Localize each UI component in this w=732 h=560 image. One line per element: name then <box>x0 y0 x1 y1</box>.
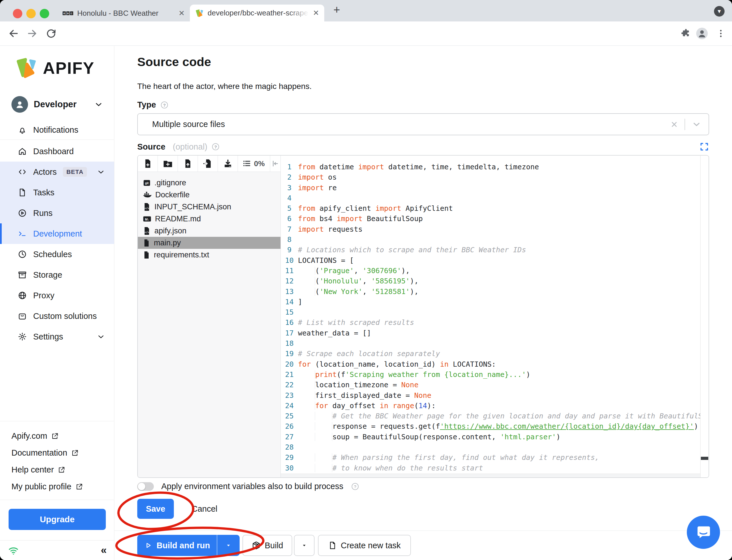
build-button[interactable]: Build <box>243 535 292 556</box>
sidebar-item-runs[interactable]: Runs <box>0 203 114 223</box>
file-name: INPUT_SCHEMA.json <box>154 202 231 211</box>
sidebar-item-notifications[interactable]: Notifications <box>18 125 78 135</box>
file-tree-toolbar: 0% <box>138 156 281 172</box>
home-icon <box>18 147 27 156</box>
file-item-apify.json[interactable]: </> apify.json <box>138 225 281 237</box>
type-select[interactable]: Multiple source files <box>137 113 709 135</box>
sidebar-link-documentation[interactable]: Documentation <box>11 444 114 461</box>
collapse-panel-icon[interactable] <box>270 156 281 172</box>
file-icon <box>18 188 27 197</box>
code-line: 13 ('New York', '5128581'), <box>281 287 700 297</box>
json-file-icon: </> <box>143 227 151 235</box>
sidebar-item-storage[interactable]: Storage <box>0 265 114 285</box>
svg-text:</>: </> <box>144 231 149 234</box>
chat-widget-button[interactable] <box>687 516 720 549</box>
apify-favicon <box>195 9 204 17</box>
code-line: 11 ('Prague', '3067696'), <box>281 266 700 276</box>
svg-text:M↓: M↓ <box>145 217 149 221</box>
clear-icon[interactable] <box>670 120 678 128</box>
close-tab-icon[interactable]: ✕ <box>179 9 185 18</box>
back-icon[interactable] <box>7 27 20 40</box>
file-item-main.py[interactable]: main.py <box>138 237 281 249</box>
sidebar-item-settings[interactable]: Settings <box>0 326 114 347</box>
file-item-requirements.txt[interactable]: requirements.txt <box>138 249 281 261</box>
page-title: Source code <box>137 55 211 69</box>
cancel-button[interactable]: Cancel <box>192 504 217 514</box>
sidebar-item-proxy[interactable]: Proxy <box>0 285 114 306</box>
minimize-window-button[interactable] <box>26 9 36 18</box>
external-link-icon <box>76 483 83 491</box>
new-tab-button[interactable]: + <box>334 3 340 16</box>
browser-menu-icon[interactable] <box>714 27 727 40</box>
sidebar-item-label: Settings <box>33 332 63 341</box>
main-content: Source code The heart of the actor, wher… <box>114 46 732 560</box>
upgrade-button[interactable]: Upgrade <box>9 509 106 530</box>
tab-title: developer/bbc-weather-scrape <box>208 9 309 17</box>
scrollbar-thumb[interactable] <box>701 457 708 460</box>
sidebar-link-apify-com[interactable]: Apify.com <box>11 428 114 444</box>
sidebar-item-development[interactable]: Development <box>0 223 114 244</box>
code-editor[interactable]: 1from datetime import datetime, time, ti… <box>281 156 700 477</box>
vertical-scrollbar[interactable] <box>700 156 709 477</box>
reload-icon[interactable] <box>45 27 58 40</box>
create-new-task-button[interactable]: Create new task <box>318 535 411 556</box>
horizontal-scrollbar[interactable] <box>281 474 700 477</box>
line-number: 9 <box>281 245 298 255</box>
line-number: 13 <box>281 287 298 297</box>
fullscreen-icon[interactable] <box>699 142 709 152</box>
help-icon[interactable]: ? <box>160 101 169 109</box>
sidebar-item-custom-solutions[interactable]: Custom solutions <box>0 306 114 326</box>
download-button[interactable] <box>218 156 238 172</box>
help-icon[interactable]: ? <box>211 142 220 151</box>
code-line: 28 <box>281 442 700 452</box>
import-file-button[interactable] <box>198 156 218 172</box>
search-tabs-button[interactable]: ▼ <box>714 6 725 17</box>
sidebar-link-help-center[interactable]: Help center <box>11 461 114 478</box>
sidebar-item-tasks[interactable]: Tasks <box>0 182 114 203</box>
sidebar-item-actors[interactable]: ActorsBETA <box>0 162 114 182</box>
build-dropdown[interactable] <box>294 535 315 556</box>
browser-profile-avatar[interactable] <box>695 27 709 40</box>
sidebar-item-label: Dashboard <box>33 147 74 156</box>
upload-file-button[interactable] <box>178 156 198 172</box>
line-number: 21 <box>281 370 298 380</box>
forward-icon[interactable] <box>26 27 39 40</box>
collapse-sidebar-icon[interactable]: « <box>101 544 107 556</box>
code-line: 25 # Get the BBC Weather page for the gi… <box>281 411 700 421</box>
file-item-.gitignore[interactable]: git .gitignore <box>138 177 281 189</box>
sidebar-item-dashboard[interactable]: Dashboard <box>0 141 114 162</box>
extensions-icon[interactable] <box>679 27 692 40</box>
sidebar-footer: « <box>0 540 114 560</box>
line-number: 20 <box>281 359 298 370</box>
line-number: 5 <box>281 203 298 214</box>
sidebar-item-schedules[interactable]: Schedules <box>0 244 114 265</box>
env-vars-toggle[interactable] <box>137 482 154 491</box>
account-switcher[interactable]: Developer <box>11 96 103 113</box>
new-file-button[interactable] <box>138 156 158 172</box>
tab-apify-console[interactable]: developer/bbc-weather-scrape ✕ <box>190 5 324 21</box>
build-and-run-button[interactable]: Build and run <box>137 535 217 556</box>
zoom-control[interactable]: 0% <box>238 156 270 172</box>
build-and-run-dropdown[interactable] <box>217 535 240 556</box>
file-list: git .gitignore Dockerfile</> INPUT_SCHEM… <box>138 172 281 261</box>
divider <box>685 119 685 130</box>
new-folder-button[interactable] <box>158 156 178 172</box>
tab-bbc-weather[interactable]: BBC Honolulu - BBC Weather ✕ <box>59 5 189 21</box>
globe-icon <box>18 291 27 300</box>
line-number: 30 <box>281 463 298 473</box>
line-number: 23 <box>281 390 298 401</box>
chevron-down-icon[interactable] <box>692 120 701 129</box>
sidebar-item-label: Actors <box>33 167 57 177</box>
file-item-readme.md[interactable]: M↓ README.md <box>138 213 281 225</box>
help-icon[interactable]: ? <box>351 482 360 491</box>
apify-logo[interactable]: APIFY <box>15 57 95 79</box>
sidebar-item-label: Runs <box>33 208 53 218</box>
close-window-button[interactable] <box>13 9 22 18</box>
close-tab-icon[interactable]: ✕ <box>313 9 319 17</box>
zoom-window-button[interactable] <box>40 9 49 18</box>
play-icon <box>18 208 27 218</box>
save-button[interactable]: Save <box>137 499 174 519</box>
sidebar-link-my-public-profile[interactable]: My public profile <box>11 478 114 495</box>
file-item-input_schema.json[interactable]: </> INPUT_SCHEMA.json <box>138 201 281 213</box>
file-item-dockerfile[interactable]: Dockerfile <box>138 189 281 201</box>
